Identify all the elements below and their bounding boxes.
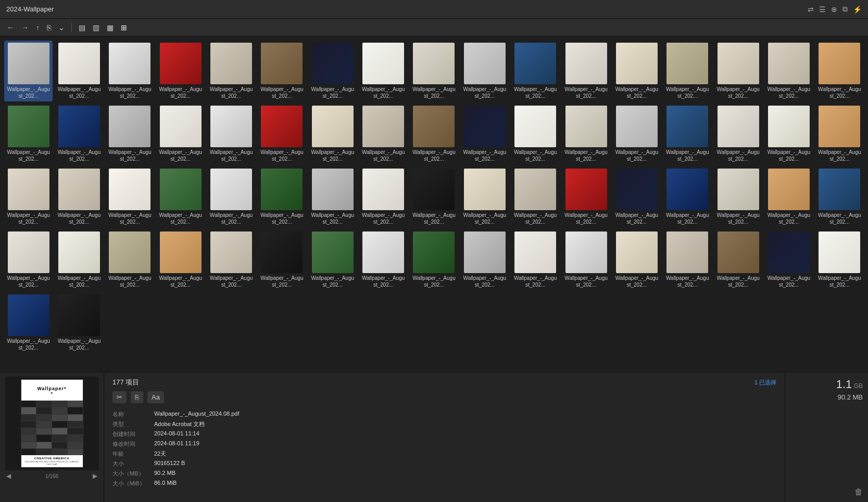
list-item[interactable]: Wallpaper_-_August_202... bbox=[764, 41, 813, 101]
list-item[interactable]: Wallpaper_-_August_202... bbox=[359, 104, 407, 164]
list-item[interactable]: Wallpaper_-_August_202... bbox=[815, 41, 864, 101]
back-button[interactable]: ← bbox=[4, 22, 17, 33]
list-item[interactable]: Wallpaper_-_August_202... bbox=[562, 41, 610, 101]
file-thumbnail bbox=[261, 43, 303, 84]
up-button[interactable]: ↑ bbox=[33, 22, 42, 33]
list-item[interactable]: Wallpaper_-_August_202... bbox=[359, 166, 407, 227]
list-item[interactable]: Wallpaper_-_August_202... bbox=[156, 41, 205, 101]
list-item[interactable]: Wallpaper_-_August_202... bbox=[156, 229, 205, 290]
file-grid-container[interactable]: Wallpaper_-_August_202... Wallpaper_-_Au… bbox=[0, 36, 868, 372]
list-item[interactable]: Wallpaper_-_August_202... bbox=[207, 166, 255, 227]
list-item[interactable]: Wallpaper_-_August_202... bbox=[764, 229, 813, 290]
delete-button[interactable]: 🗑 bbox=[854, 487, 863, 497]
list-item[interactable]: Wallpaper_-_August_202... bbox=[308, 41, 357, 101]
list-item[interactable]: Wallpaper_-_August_202... bbox=[308, 166, 357, 227]
list-item[interactable]: Wallpaper_-_August_202... bbox=[410, 41, 458, 101]
copy-button[interactable]: ⎘ bbox=[131, 391, 143, 403]
list-item[interactable]: Wallpaper_-_August_202... bbox=[207, 41, 255, 101]
action-button[interactable]: ⎘ bbox=[44, 22, 54, 33]
cover-subtitle: CREATIVE AMERICA THE INNOVATORS, AND THE… bbox=[21, 455, 83, 467]
file-label: Wallpaper_-_August_202... bbox=[817, 212, 861, 225]
list-item[interactable]: Wallpaper_-_August_202... bbox=[106, 41, 154, 101]
list-item[interactable]: Wallpaper_-_August_202... bbox=[663, 229, 712, 290]
file-thumbnail bbox=[362, 43, 404, 84]
list-item[interactable]: Wallpaper_-_August_202... bbox=[764, 104, 813, 164]
list-item[interactable]: Wallpaper_-_August_202... bbox=[359, 229, 407, 290]
list-item[interactable]: Wallpaper_-_August_202... bbox=[714, 229, 762, 290]
list-item[interactable]: Wallpaper_-_August_202... bbox=[815, 104, 864, 164]
list-item[interactable]: Wallpaper_-_August_202... bbox=[511, 229, 560, 290]
list-item[interactable]: Wallpaper_-_August_202... bbox=[562, 104, 610, 164]
list-item[interactable]: Wallpaper_-_August_202... bbox=[106, 104, 154, 164]
list-item[interactable]: Wallpaper_-_August_202... bbox=[663, 41, 712, 101]
list-item[interactable]: Wallpaper_-_August_202... bbox=[815, 229, 864, 290]
list-item[interactable]: Wallpaper_-_August_202... bbox=[410, 104, 458, 164]
label-type: 类型 bbox=[112, 419, 154, 429]
list-item[interactable]: Wallpaper_-_August_202... bbox=[612, 166, 661, 227]
list-item[interactable]: Wallpaper_-_August_202... bbox=[258, 166, 306, 227]
add-circle-icon[interactable]: ⊕ bbox=[831, 5, 837, 14]
thumb-image bbox=[718, 169, 759, 210]
preview-prev-button[interactable]: ◀ bbox=[4, 472, 13, 480]
list-item[interactable]: Wallpaper_-_August_202... bbox=[511, 166, 560, 227]
list-item[interactable]: Wallpaper_-_August_202... bbox=[511, 104, 560, 164]
view-grid-button[interactable]: ⊞ bbox=[118, 22, 130, 33]
list-item[interactable]: Wallpaper_-_August_202... bbox=[562, 229, 610, 290]
list-item[interactable]: Wallpaper_-_August_202... bbox=[511, 41, 560, 101]
list-item[interactable]: Wallpaper_-_August_202... bbox=[460, 41, 509, 101]
list-item[interactable]: Wallpaper_-_August_202... bbox=[410, 229, 458, 290]
list-item[interactable]: Wallpaper_-_August_202... bbox=[258, 229, 306, 290]
list-item[interactable]: Wallpaper_-_August_202... bbox=[815, 166, 864, 227]
list-item[interactable]: Wallpaper_-_August_202... bbox=[410, 166, 458, 227]
chevron-down-button[interactable]: ⌄ bbox=[56, 22, 67, 33]
list-item[interactable]: Wallpaper_-_August_202... bbox=[4, 104, 53, 164]
list-item[interactable]: Wallpaper_-_August_202... bbox=[4, 166, 53, 227]
list-item[interactable]: Wallpaper_-_August_202... bbox=[460, 166, 509, 227]
view-gallery-button[interactable]: ▦ bbox=[104, 22, 116, 33]
list-icon[interactable]: ☰ bbox=[819, 5, 826, 14]
list-item[interactable]: Wallpaper_-_August_202... bbox=[4, 292, 53, 353]
list-item[interactable]: Wallpaper_-_August_202... bbox=[55, 166, 103, 227]
list-item[interactable]: Wallpaper_-_August_202... bbox=[308, 229, 357, 290]
list-item[interactable]: Wallpaper_-_August_202... bbox=[4, 41, 53, 101]
list-item[interactable]: Wallpaper_-_August_202... bbox=[207, 104, 255, 164]
preview-next-button[interactable]: ▶ bbox=[91, 472, 99, 480]
list-item[interactable]: Wallpaper_-_August_202... bbox=[612, 104, 661, 164]
list-item[interactable]: Wallpaper_-_August_202... bbox=[207, 229, 255, 290]
file-label: Wallpaper_-_August_202... bbox=[817, 86, 861, 99]
lightning-icon[interactable]: ⚡ bbox=[853, 5, 862, 14]
list-item[interactable]: Wallpaper_-_August_202... bbox=[359, 41, 407, 101]
list-item[interactable]: Wallpaper_-_August_202... bbox=[156, 166, 205, 227]
list-item[interactable]: Wallpaper_-_August_202... bbox=[4, 229, 53, 290]
list-item[interactable]: Wallpaper_-_August_202... bbox=[156, 104, 205, 164]
list-item[interactable]: Wallpaper_-_August_202... bbox=[106, 229, 154, 290]
list-item[interactable]: Wallpaper_-_August_202... bbox=[714, 104, 762, 164]
view-columns-button[interactable]: ▥ bbox=[90, 22, 102, 33]
list-item[interactable]: Wallpaper_-_August_202... bbox=[714, 41, 762, 101]
list-item[interactable]: Wallpaper_-_August_202... bbox=[714, 166, 762, 227]
list-item[interactable]: Wallpaper_-_August_202... bbox=[55, 229, 103, 290]
list-item[interactable]: Wallpaper_-_August_202... bbox=[55, 41, 103, 101]
list-item[interactable]: Wallpaper_-_August_202... bbox=[460, 229, 509, 290]
list-item[interactable]: Wallpaper_-_August_202... bbox=[106, 166, 154, 227]
list-item[interactable]: Wallpaper_-_August_202... bbox=[764, 166, 813, 227]
list-item[interactable]: Wallpaper_-_August_202... bbox=[460, 104, 509, 164]
thumb-image bbox=[464, 169, 506, 210]
list-item[interactable]: Wallpaper_-_August_202... bbox=[308, 104, 357, 164]
view-list-button[interactable]: ▤ bbox=[76, 22, 88, 33]
list-item[interactable]: Wallpaper_-_August_202... bbox=[612, 41, 661, 101]
cut-button[interactable]: ✂ bbox=[112, 391, 127, 403]
copy-icon[interactable]: ⧉ bbox=[842, 5, 848, 14]
list-item[interactable]: Wallpaper_-_August_202... bbox=[258, 104, 306, 164]
forward-button[interactable]: → bbox=[19, 22, 31, 33]
rename-button[interactable]: Aa bbox=[147, 391, 164, 403]
list-item[interactable]: Wallpaper_-_August_202... bbox=[663, 166, 712, 227]
shuffle-icon[interactable]: ⇄ bbox=[808, 5, 814, 14]
list-item[interactable]: Wallpaper_-_August_202... bbox=[55, 292, 103, 353]
list-item[interactable]: Wallpaper_-_August_202... bbox=[258, 41, 306, 101]
list-item[interactable]: Wallpaper_-_August_202... bbox=[55, 104, 103, 164]
list-item[interactable]: Wallpaper_-_August_202... bbox=[562, 166, 610, 227]
selected-count[interactable]: 1 已选择 bbox=[754, 379, 776, 387]
list-item[interactable]: Wallpaper_-_August_202... bbox=[612, 229, 661, 290]
list-item[interactable]: Wallpaper_-_August_202... bbox=[663, 104, 712, 164]
